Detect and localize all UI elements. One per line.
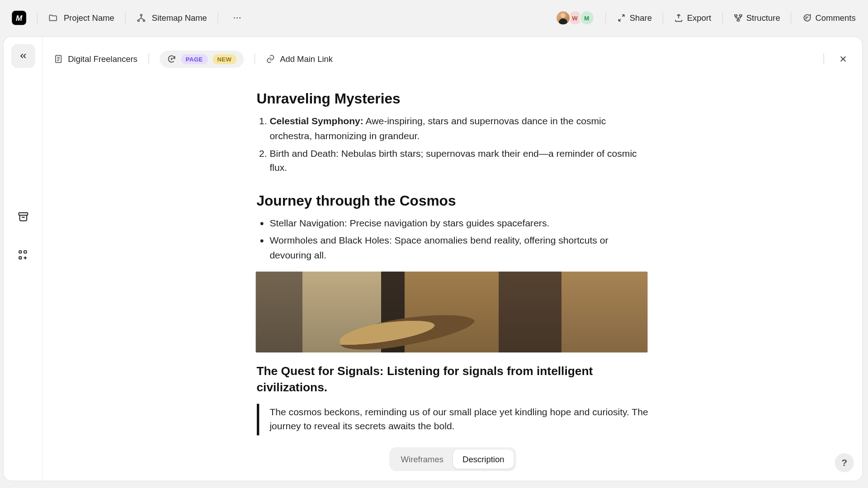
svg-rect-9 <box>19 213 28 215</box>
collapse-rail-button[interactable] <box>11 44 35 68</box>
add-main-link-button[interactable]: Add Main Link <box>266 54 333 64</box>
heading-1: Unraveling Mysteries <box>256 90 648 107</box>
heading-3: The Quest for Signals: Listening for sig… <box>256 363 648 395</box>
share-icon <box>617 13 626 23</box>
comments-icon <box>802 13 811 23</box>
ol-item-2: Birth and Death: Nebulas birth stars; su… <box>269 146 648 176</box>
divider <box>218 13 218 23</box>
document-body: Unraveling Mysteries Celestial Symphony:… <box>256 90 648 435</box>
link-icon <box>266 54 275 64</box>
comments-button[interactable]: Comments <box>802 13 855 23</box>
divider <box>663 13 663 23</box>
svg-rect-7 <box>739 15 741 17</box>
comments-label: Comments <box>815 13 855 23</box>
export-icon <box>674 13 684 23</box>
pill-page: PAGE <box>181 54 208 64</box>
svg-point-1 <box>137 20 139 22</box>
svg-rect-6 <box>734 15 736 17</box>
svg-point-2 <box>143 20 145 22</box>
svg-rect-8 <box>737 19 739 21</box>
sitemap-crumb[interactable]: Sitemap Name <box>137 13 207 23</box>
refresh-add-icon <box>167 54 176 64</box>
project-crumb[interactable]: Project Name <box>48 13 114 23</box>
app-logo[interactable]: M <box>12 11 26 25</box>
close-panel-button[interactable] <box>835 51 852 67</box>
structure-button[interactable]: Structure <box>733 13 780 23</box>
ul-item-2: Wormholes and Black Holes: Space anomali… <box>269 234 648 263</box>
svg-rect-11 <box>24 251 26 253</box>
svg-point-4 <box>237 17 238 19</box>
doc-title-chip[interactable]: Digital Freelancers <box>54 54 137 64</box>
divider <box>148 54 149 65</box>
ul-item-1: Stellar Navigation: Precise navigation b… <box>269 216 648 231</box>
avatar-m[interactable]: M <box>579 10 594 25</box>
chevrons-left-icon <box>18 51 28 61</box>
divider <box>823 54 824 65</box>
page-new-chip[interactable]: PAGE NEW <box>160 50 244 67</box>
svg-point-0 <box>140 14 142 16</box>
avatar-user[interactable] <box>555 10 571 25</box>
sitemap-name: Sitemap Name <box>152 13 207 23</box>
more-horizontal-icon <box>233 13 242 23</box>
ol-item-1: Celestial Symphony: Awe-inspiring, stars… <box>269 114 648 144</box>
svg-point-3 <box>234 17 236 19</box>
divider <box>37 13 38 23</box>
ol-item-2-text: Birth and Death: Nebulas birth stars; su… <box>269 148 637 173</box>
structure-icon <box>733 13 743 23</box>
rail-apps-button[interactable] <box>11 243 35 267</box>
inline-image <box>255 271 647 352</box>
more-button[interactable] <box>229 9 246 26</box>
doc-title-text: Digital Freelancers <box>68 54 137 64</box>
pill-new: NEW <box>212 54 236 64</box>
divider <box>254 54 255 65</box>
export-button[interactable]: Export <box>674 13 711 23</box>
view-switch: Wireframes Description <box>389 447 516 471</box>
share-label: Share <box>630 13 652 23</box>
svg-point-10 <box>19 251 21 253</box>
divider <box>722 13 722 23</box>
divider <box>125 13 126 23</box>
avatar-stack[interactable]: W M <box>559 10 594 25</box>
help-button[interactable]: ? <box>835 453 854 472</box>
project-name: Project Name <box>64 13 114 23</box>
blockquote: The cosmos beckons, reminding us of our … <box>256 404 648 436</box>
sitemap-icon <box>137 13 146 23</box>
tab-wireframes[interactable]: Wireframes <box>392 450 453 469</box>
close-icon <box>838 54 848 64</box>
folder-icon <box>48 13 58 23</box>
apps-add-icon <box>17 249 29 261</box>
add-main-link-label: Add Main Link <box>280 54 333 64</box>
divider <box>791 13 791 23</box>
ol-item-1-strong: Celestial Symphony: <box>269 116 363 126</box>
tab-description[interactable]: Description <box>453 450 514 469</box>
export-label: Export <box>687 13 711 23</box>
svg-point-12 <box>19 257 21 259</box>
share-button[interactable]: Share <box>617 13 652 23</box>
structure-label: Structure <box>746 13 780 23</box>
rail-archive-button[interactable] <box>11 205 35 229</box>
left-rail <box>4 37 43 481</box>
divider <box>605 13 606 23</box>
heading-2: Journey through the Cosmos <box>256 192 648 209</box>
svg-point-5 <box>240 17 241 19</box>
archive-icon <box>17 211 29 223</box>
document-icon <box>54 54 63 64</box>
